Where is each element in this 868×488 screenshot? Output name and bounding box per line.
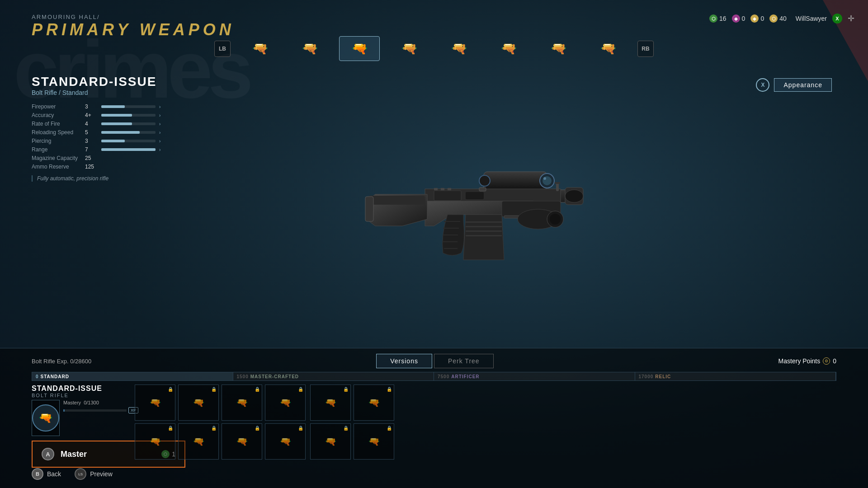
variant-card-6[interactable]: 🔫 🔒 <box>222 423 262 460</box>
lock-icon-7: 🔒 <box>298 426 303 431</box>
variant-card-9[interactable]: 🔫 🔒 <box>354 385 394 421</box>
selected-weapon-name: STANDARD-ISSUE <box>32 385 122 393</box>
ls-icon: LS <box>75 468 86 480</box>
lock-icon-10: 🔒 <box>343 426 349 431</box>
b-icon: B <box>32 468 43 480</box>
weapon-tab-1[interactable]: 🔫 <box>289 36 330 61</box>
weapon-tab-7[interactable]: 🔫 <box>588 36 628 61</box>
svg-rect-30 <box>365 197 373 221</box>
username: WillSawyer <box>796 15 827 22</box>
segment-standard: 0 STANDARD <box>32 372 233 380</box>
mastery-row: Mastery 0/1300 <box>63 400 138 405</box>
currency3-icon: ◈ <box>750 14 759 23</box>
progress-track: 0 STANDARD 1500 MASTER-CRAFTED 7500 ARTI… <box>32 372 836 381</box>
weapon-tabs: LB 🔫 🔫 🔫 🔫 🔫 🔫 🔫 🔫 RB <box>0 36 868 61</box>
svg-rect-19 <box>466 221 502 223</box>
variant-card-0[interactable]: 🔫 🔒 <box>135 385 175 421</box>
tab-nav-left[interactable]: LB <box>214 41 231 57</box>
svg-rect-31 <box>556 183 559 191</box>
weapon-description: Fully automatic, precision rifle <box>32 175 203 182</box>
lock-icon-3: 🔒 <box>298 387 303 392</box>
mastery-value: 0 <box>833 357 836 365</box>
weapon-svg <box>344 131 592 276</box>
weapon-tab-5[interactable]: 🔫 <box>488 36 529 61</box>
stat-piercing: Piercing 3 › <box>32 138 203 144</box>
tab-nav-right[interactable]: RB <box>637 41 654 57</box>
weapon-name: STANDARD-ISSUE <box>32 75 203 89</box>
svg-point-27 <box>550 214 561 225</box>
stat-magazine: Magazine Capacity 25 <box>32 155 203 161</box>
tabs-row: Versions Perk Tree <box>376 354 493 368</box>
svg-rect-11 <box>434 191 461 201</box>
svg-rect-22 <box>466 235 502 236</box>
stat-ammo: Ammo Reserve 125 <box>32 164 203 170</box>
currency2-icon: ◈ <box>732 14 740 23</box>
variant-card-4[interactable]: 🔫 🔒 <box>135 423 175 460</box>
exp-row: Bolt Rifle Exp. 0/28600 Versions Perk Tr… <box>0 348 868 368</box>
svg-rect-21 <box>466 230 502 232</box>
currency4-icon: ⬡ <box>769 14 778 23</box>
svg-point-36 <box>565 190 583 202</box>
variant-card-10[interactable]: 🔫 🔒 <box>310 423 351 460</box>
svg-point-8 <box>479 175 490 186</box>
variant-card-3[interactable]: 🔫 🔒 <box>265 385 306 421</box>
selected-weapon-type: BOLT RIFLE <box>32 393 122 398</box>
variant-card-1[interactable]: 🔫 🔒 <box>178 385 219 421</box>
lock-icon-9: 🔒 <box>387 387 392 392</box>
svg-rect-32 <box>555 182 560 184</box>
bottom-nav: B Back LS Preview <box>32 468 113 480</box>
lock-icon-4: 🔒 <box>168 426 173 431</box>
currency1-icon: ⬡ <box>709 14 717 23</box>
variant-card-11[interactable]: 🔫 🔒 <box>354 423 394 460</box>
currency2-value: 0 <box>742 15 745 22</box>
weapon-tab-2-active[interactable]: 🔫 <box>339 36 380 61</box>
currency1-value: 16 <box>719 15 726 22</box>
svg-rect-29 <box>368 196 425 205</box>
svg-point-7 <box>543 177 546 180</box>
segment-artificer: 7500 ARTIFICER <box>434 372 635 380</box>
tab-perk-tree[interactable]: Perk Tree <box>434 354 494 368</box>
variant-card-5[interactable]: 🔫 🔒 <box>178 423 219 460</box>
back-button[interactable]: B Back <box>32 468 61 480</box>
preview-button[interactable]: LS Preview <box>75 468 113 480</box>
svg-rect-4 <box>484 172 547 190</box>
svg-rect-28 <box>479 188 486 191</box>
cards-area: STANDARD-ISSUE BOLT RIFLE 🔫 Mastery 0/13… <box>0 381 868 468</box>
a-button: A <box>42 448 54 460</box>
xbox-icon: X <box>832 14 842 23</box>
stat-rate-of-fire: Rate of Fire 4 › <box>32 121 203 127</box>
weapon-tab-0[interactable]: 🔫 <box>240 36 280 61</box>
weapon-tab-3[interactable]: 🔫 <box>389 36 429 61</box>
variant-card-2[interactable]: 🔫 🔒 <box>222 385 262 421</box>
progress-segments: 0 STANDARD 1500 MASTER-CRAFTED 7500 ARTI… <box>32 372 836 380</box>
svg-rect-33 <box>434 188 438 190</box>
mastery-icon: ⚙ <box>823 357 830 365</box>
variants-grid-1: 🔫 🔒 🔫 🔒 🔫 🔒 🔫 🔒 🔫 🔒 🔫 🔒 <box>135 385 306 460</box>
mastery-label: Mastery Points <box>778 357 821 365</box>
mastery-points: Mastery Points ⚙ 0 <box>778 357 836 365</box>
weapon-tab-6[interactable]: 🔫 <box>538 36 579 61</box>
weapon-display <box>158 63 778 343</box>
svg-rect-34 <box>441 188 444 190</box>
variant-card-7[interactable]: 🔫 🔒 <box>265 423 306 460</box>
stat-reloading-speed: Reloading Speed 5 › <box>32 129 203 136</box>
currency-3: ◈ 0 <box>750 14 764 23</box>
back-label: Back <box>47 470 61 478</box>
variants-grid-2: 🔫 🔒 🔫 🔒 🔫 🔒 🔫 🔒 <box>310 385 394 460</box>
lock-icon-11: 🔒 <box>387 426 392 431</box>
breadcrumb-sub: ARMOURING HALL/ <box>32 14 235 20</box>
currency-2: ◈ 0 <box>732 14 745 23</box>
x-button[interactable]: X <box>756 78 769 92</box>
variant-card-8[interactable]: 🔫 🔒 <box>310 385 351 421</box>
stat-range: Range 7 › <box>32 146 203 153</box>
weapon-info: STANDARD-ISSUE Bolt Rifle / Standard Fir… <box>32 75 203 182</box>
currency4-value: 40 <box>779 15 787 22</box>
weapon-tab-4[interactable]: 🔫 <box>439 36 479 61</box>
segment-relic: 17000 RELIC <box>635 372 836 380</box>
selected-weapon-image: 🔫 <box>32 400 60 436</box>
appearance-button[interactable]: Appearance <box>774 78 832 92</box>
segment-master-crafted: 1500 MASTER-CRAFTED <box>233 372 434 380</box>
tab-versions[interactable]: Versions <box>376 354 432 368</box>
lock-icon-0: 🔒 <box>168 387 173 392</box>
stat-firepower: Firepower 3 › <box>32 103 203 110</box>
